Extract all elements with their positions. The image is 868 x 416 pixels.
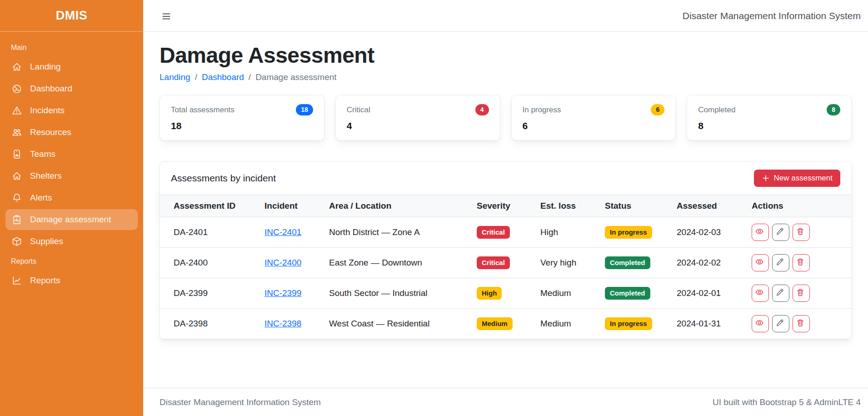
incident-cell: INC-2400 — [259, 247, 324, 278]
bell-icon — [12, 193, 22, 203]
incident-link[interactable]: INC-2400 — [264, 258, 301, 267]
sidebar-item-label: Landing — [30, 62, 61, 72]
breadcrumb-link-landing[interactable]: Landing — [160, 72, 190, 82]
assessment-id-cell: DA-2399 — [160, 278, 259, 308]
breadcrumb-link-dashboard[interactable]: Dashboard — [202, 72, 244, 82]
edit-button[interactable] — [772, 254, 789, 271]
stat-card-top: Critical4 — [347, 104, 489, 115]
new-assessment-button[interactable]: New assessment — [754, 170, 840, 187]
sidebar-item-incidents[interactable]: Incidents — [5, 100, 138, 121]
pencil-icon — [776, 288, 786, 298]
stat-card-total-assessments: Total assessments1818 — [160, 95, 324, 140]
table-row: DA-2400INC-2400East Zone — DowntownCriti… — [160, 247, 852, 278]
sidebar-item-reports[interactable]: Reports — [5, 270, 138, 291]
incident-link[interactable]: INC-2398 — [264, 319, 301, 328]
eye-icon — [755, 288, 765, 298]
sidebar-item-supplies[interactable]: Supplies — [5, 231, 138, 252]
assessed-cell: 2024-02-01 — [671, 278, 746, 308]
area-cell: South Sector — Industrial — [324, 278, 471, 308]
header-cell-area-location: Area / Location — [324, 195, 471, 217]
stat-label: Total assessments — [171, 105, 234, 115]
sidebar-item-resources[interactable]: Resources — [5, 122, 138, 143]
actions-cell — [746, 308, 852, 339]
stat-card-top: Total assessments18 — [171, 104, 313, 115]
sidebar-item-dashboard[interactable]: Dashboard — [5, 78, 138, 99]
app-window: DMIS MainLandingDashboardIncidentsResour… — [0, 0, 868, 416]
breadcrumb-current: Damage assessment — [255, 72, 336, 82]
status-badge: In progress — [605, 226, 652, 239]
eye-icon — [755, 258, 765, 268]
assessments-card-title: Assessments by incident — [171, 173, 276, 184]
sidebar-item-label: Damage assessment — [30, 215, 111, 225]
view-button[interactable] — [752, 224, 769, 241]
severity-cell: Critical — [471, 247, 535, 278]
sidebar-item-label: Reports — [30, 276, 60, 286]
nav-section-label-main: Main — [5, 39, 138, 55]
sidebar-item-alerts[interactable]: Alerts — [5, 187, 138, 208]
breadcrumb-separator: / — [249, 72, 251, 82]
edit-button[interactable] — [772, 315, 789, 332]
est-loss-cell: High — [535, 217, 599, 247]
speedometer-icon — [12, 84, 22, 94]
eye-icon — [755, 227, 765, 237]
incident-cell: INC-2399 — [259, 278, 324, 308]
stat-value: 6 — [523, 120, 665, 131]
header-cell-assessed: Assessed — [671, 195, 746, 217]
status-cell: Completed — [599, 247, 671, 278]
delete-button[interactable] — [793, 224, 810, 241]
header-cell-actions: Actions — [746, 195, 852, 217]
clipboard-pulse-icon — [12, 215, 22, 225]
stat-value: 8 — [698, 120, 840, 131]
sidebar-item-label: Dashboard — [30, 84, 72, 94]
est-loss-cell: Medium — [535, 278, 599, 308]
severity-cell: Critical — [471, 217, 535, 247]
table-row: DA-2401INC-2401North District — Zone ACr… — [160, 217, 852, 247]
actions-cell — [746, 247, 852, 278]
header-cell-est-loss: Est. loss — [535, 195, 599, 217]
sidebar-item-damage-assessment[interactable]: Damage assessment — [5, 209, 138, 230]
sidebar-nav: MainLandingDashboardIncidentsResourcesTe… — [0, 32, 143, 299]
sidebar-item-label: Shelters — [30, 171, 62, 181]
footer: Disaster Management Information System U… — [143, 388, 868, 416]
warning-triangle-icon — [12, 105, 22, 115]
stat-card-critical: Critical44 — [335, 95, 500, 140]
trash-icon — [796, 258, 806, 268]
assessment-id-cell: DA-2401 — [160, 217, 259, 247]
sidebar-item-label: Supplies — [30, 236, 63, 246]
view-button[interactable] — [752, 315, 769, 332]
sidebar-item-teams[interactable]: Teams — [5, 144, 138, 165]
view-button[interactable] — [752, 285, 769, 302]
area-cell: North District — Zone A — [324, 217, 471, 247]
incident-link[interactable]: INC-2399 — [264, 288, 301, 298]
sidebar-item-landing[interactable]: Landing — [5, 56, 138, 77]
severity-badge: High — [477, 287, 502, 300]
assessments-card-header: Assessments by incident New assessment — [160, 162, 851, 195]
breadcrumb-separator: / — [195, 72, 197, 82]
nav-section-label-reports: Reports — [5, 253, 138, 269]
assessment-id-cell: DA-2400 — [160, 247, 259, 278]
stat-badge: 18 — [296, 104, 313, 115]
delete-button[interactable] — [793, 315, 810, 332]
status-cell: In progress — [599, 217, 671, 247]
stat-value: 18 — [171, 120, 313, 131]
trash-icon — [796, 227, 806, 237]
delete-button[interactable] — [793, 285, 810, 302]
incident-cell: INC-2398 — [259, 308, 324, 339]
box-icon — [12, 236, 22, 246]
incident-link[interactable]: INC-2401 — [264, 227, 301, 237]
edit-button[interactable] — [772, 224, 789, 241]
pencil-icon — [776, 258, 786, 268]
people-icon — [12, 127, 22, 137]
view-button[interactable] — [752, 254, 769, 271]
sidebar-item-shelters[interactable]: Shelters — [5, 165, 138, 186]
graph-icon — [12, 276, 22, 286]
area-cell: West Coast — Residential — [324, 308, 471, 339]
person-badge-icon — [12, 149, 22, 159]
topbar-title: Disaster Management Information System — [683, 10, 861, 21]
edit-button[interactable] — [772, 285, 789, 302]
delete-button[interactable] — [793, 254, 810, 271]
severity-cell: High — [471, 278, 535, 308]
trash-icon — [796, 319, 806, 329]
sidebar-toggle-button[interactable] — [160, 9, 173, 23]
house-icon — [12, 62, 22, 72]
